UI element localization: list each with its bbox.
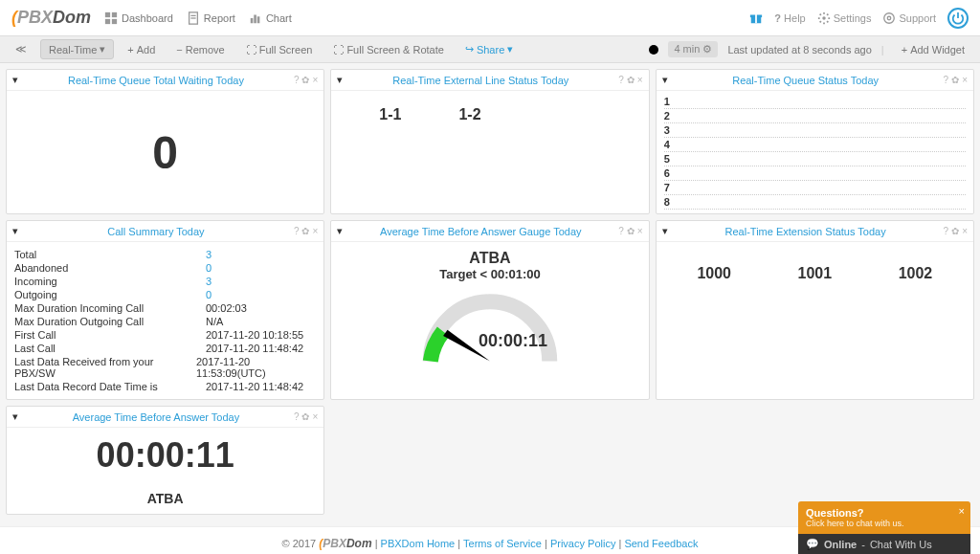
interval-badge[interactable]: 4 min ⚙ <box>668 41 718 57</box>
app-header: (PBXDom Dashboard Report Chart ? Help Se… <box>0 0 980 36</box>
summary-value[interactable]: 3 <box>206 276 212 287</box>
realtime-dropdown[interactable]: Real-Time ▾ <box>40 39 114 59</box>
footer-feedback-link[interactable]: Send Feedback <box>624 538 698 549</box>
add-widget-button[interactable]: + Add Widget <box>894 41 972 58</box>
gear-icon[interactable]: ✿ <box>627 75 635 85</box>
summary-row: Max Duration Outgoing CallN/A <box>14 315 316 328</box>
help-icon[interactable]: ? <box>944 226 949 236</box>
queue-row: 3 <box>664 123 966 138</box>
footer-terms-link[interactable]: Terms of Service <box>463 538 542 549</box>
atba-label: ATBA <box>147 491 184 506</box>
svg-rect-9 <box>257 16 260 23</box>
collapse-icon[interactable]: ▾ <box>12 410 18 423</box>
gear-icon[interactable]: ✿ <box>951 226 959 236</box>
gift-icon[interactable] <box>749 11 763 25</box>
support-link[interactable]: Support <box>882 11 936 25</box>
fullscreen-rotate-button[interactable]: ⛶ Full Screen & Rotate <box>325 41 452 58</box>
chat-questions[interactable]: Questions? Click here to chat with us. × <box>798 501 970 534</box>
toolbar-right: 4 min ⚙ Last updated at 8 seconds ago | … <box>649 41 972 58</box>
power-button[interactable] <box>947 8 969 29</box>
collapse-icon[interactable]: ▾ <box>12 225 18 237</box>
help-icon[interactable]: ? <box>618 75 624 85</box>
summary-value[interactable]: 0 <box>206 262 212 274</box>
svg-rect-0 <box>105 11 110 16</box>
widget-title[interactable]: Call Summary Today <box>107 226 204 237</box>
queue-waiting-value: 0 <box>152 126 178 179</box>
help-icon[interactable]: ? <box>618 226 624 236</box>
close-icon[interactable]: × <box>637 226 643 236</box>
atba-value: 00:00:11 <box>97 435 234 476</box>
nav-report[interactable]: Report <box>187 11 235 25</box>
widget-title[interactable]: Average Time Before Answer Today <box>73 411 239 423</box>
collapse-icon[interactable]: ▾ <box>12 74 18 86</box>
chat-cwu-label: Chat With Us <box>870 539 932 550</box>
widget-title[interactable]: Real-Time Queue Status Today <box>732 75 879 86</box>
queue-row: 1 <box>664 95 966 109</box>
widget-header: ▾ Average Time Before Answer Gauge Today… <box>331 221 648 242</box>
power-icon <box>951 11 965 25</box>
last-updated-text: Last updated at 8 seconds ago <box>727 44 871 55</box>
svg-point-14 <box>884 12 895 23</box>
close-icon[interactable]: × <box>959 505 965 517</box>
collapse-icon[interactable]: ▾ <box>337 74 343 86</box>
queue-row: 2 <box>664 109 966 123</box>
close-icon[interactable]: × <box>312 75 318 85</box>
logo[interactable]: (PBXDom <box>11 8 91 28</box>
widget-external-line-status: ▾ Real-Time External Line Status Today ?… <box>330 69 649 214</box>
help-icon[interactable]: ? <box>294 226 300 236</box>
widget-header: ▾ Real-Time Queue Status Today ?✿× <box>657 70 973 91</box>
gear-icon[interactable]: ✿ <box>627 226 635 236</box>
summary-value: 2017-11-20 11:48:42 <box>206 343 303 354</box>
close-icon[interactable]: × <box>312 411 318 422</box>
chat-status-bar[interactable]: 💬 Online - Chat With Us <box>798 534 970 554</box>
help-icon[interactable]: ? <box>944 75 949 85</box>
help-icon[interactable]: ? <box>294 75 300 85</box>
collapse-icon[interactable]: ▾ <box>337 225 343 237</box>
svg-rect-1 <box>112 11 117 16</box>
footer-logo: (PBXDom <box>319 537 371 550</box>
footer-home-link[interactable]: PBXDom Home <box>381 538 456 549</box>
summary-row: Abandoned0 <box>14 261 316 275</box>
fullscreen-button[interactable]: ⛶ Full Screen <box>238 41 321 58</box>
nav-chart-label: Chart <box>266 12 292 24</box>
extension-value: 1001 <box>798 265 833 391</box>
collapse-icon[interactable]: ▾ <box>662 225 668 237</box>
help-link[interactable]: ? Help <box>774 12 805 24</box>
settings-link[interactable]: Settings <box>817 11 872 25</box>
gear-icon[interactable]: ✿ <box>951 75 959 85</box>
chat-title: Questions? <box>806 507 963 519</box>
help-icon[interactable]: ? <box>294 411 300 422</box>
summary-row: Last Data Record Date Time is2017-11-20 … <box>14 380 316 393</box>
gauge-label: ATBA <box>469 250 510 267</box>
gear-icon[interactable]: ✿ <box>301 411 309 422</box>
svg-point-15 <box>888 16 892 20</box>
help-icon: ? <box>774 12 781 24</box>
gear-icon <box>817 11 831 25</box>
summary-label: Incoming <box>14 276 206 287</box>
widget-title[interactable]: Real-Time External Line Status Today <box>392 75 568 86</box>
chat-widget[interactable]: Questions? Click here to chat with us. ×… <box>798 501 970 554</box>
widget-title[interactable]: Real-Time Extension Status Today <box>725 226 886 237</box>
toolbar-collapse-icon[interactable]: ≪ <box>8 40 34 58</box>
gear-icon[interactable]: ✿ <box>301 226 309 236</box>
collapse-icon[interactable]: ▾ <box>662 74 668 86</box>
gear-icon[interactable]: ✿ <box>301 75 309 85</box>
close-icon[interactable]: × <box>637 75 643 85</box>
close-icon[interactable]: × <box>962 226 968 236</box>
nav-chart[interactable]: Chart <box>249 11 292 25</box>
svg-rect-3 <box>112 18 117 23</box>
footer-privacy-link[interactable]: Privacy Policy <box>550 538 615 549</box>
close-icon[interactable]: × <box>312 226 318 236</box>
share-button[interactable]: ↪ Share ▾ <box>457 40 521 58</box>
remove-button[interactable]: − Remove <box>168 41 232 58</box>
widget-title[interactable]: Average Time Before Answer Gauge Today <box>380 226 582 237</box>
widget-header: ▾ Real-Time Extension Status Today ?✿× <box>657 221 973 242</box>
widget-title[interactable]: Real-Time Queue Total Waiting Today <box>68 75 244 86</box>
nav-dashboard[interactable]: Dashboard <box>104 11 173 25</box>
extension-value: 1000 <box>697 265 731 391</box>
gauge-arc <box>404 289 576 366</box>
add-button[interactable]: + Add <box>120 41 163 58</box>
summary-value[interactable]: 3 <box>206 249 212 260</box>
close-icon[interactable]: × <box>962 75 968 85</box>
summary-value[interactable]: 0 <box>206 289 212 300</box>
